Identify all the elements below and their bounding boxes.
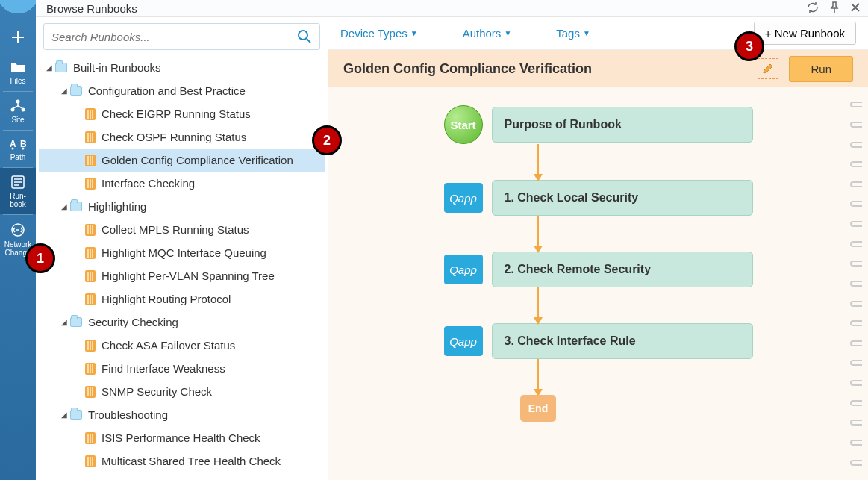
- book-icon: [85, 270, 96, 282]
- tree-item-selected[interactable]: Golden Config Compliance Verification: [39, 149, 325, 172]
- window-title: Browse Runbooks: [46, 2, 807, 15]
- tree-item[interactable]: Find Interface Weakness: [39, 357, 325, 380]
- book-icon: [85, 178, 96, 190]
- sidebar-item-path[interactable]: AB Path: [0, 131, 36, 167]
- site-icon: [10, 99, 26, 113]
- tree-item[interactable]: Check EIGRP Running Status: [39, 102, 325, 125]
- filter-authors[interactable]: Authors▼: [463, 27, 512, 40]
- caret-down-icon: ▼: [504, 29, 511, 37]
- tree-folder[interactable]: ◢Configuration and Best Practice: [39, 79, 325, 102]
- callout-2: 2: [312, 125, 342, 155]
- run-button[interactable]: Run: [789, 56, 853, 82]
- tree-panel: ◢Built-in Runbooks ◢Configuration and Be…: [36, 17, 328, 480]
- sidebar-label: Site: [11, 116, 24, 124]
- folder-icon: [55, 63, 67, 72]
- tree-folder[interactable]: ◢Troubleshooting: [39, 403, 325, 426]
- tree-item[interactable]: Interface Checking: [39, 172, 325, 195]
- search-icon: [297, 29, 312, 44]
- plus-icon: [10, 30, 25, 45]
- tree-folder[interactable]: ◢Security Checking: [39, 311, 325, 334]
- flow-arrow: [537, 216, 539, 252]
- tree-item[interactable]: Collect MPLS Running Status: [39, 218, 325, 241]
- book-icon: [85, 363, 96, 375]
- flow-arrow: [537, 359, 539, 395]
- edit-button[interactable]: [758, 58, 778, 79]
- filter-tags[interactable]: Tags▼: [556, 27, 590, 40]
- spiral-binding: [850, 87, 865, 480]
- runbook-icon: [11, 175, 25, 189]
- folder-icon: [70, 202, 82, 211]
- step-box[interactable]: 2. Check Remote Security: [492, 252, 753, 287]
- qapp-node[interactable]: Qapp: [444, 183, 483, 213]
- callout-1: 1: [25, 243, 55, 273]
- callout-3: 3: [734, 31, 764, 61]
- sidebar-item-add[interactable]: [0, 22, 36, 54]
- flow-arrow: [537, 287, 539, 323]
- book-icon: [85, 247, 96, 259]
- sidebar-label: Path: [10, 153, 26, 161]
- sidebar-item-files[interactable]: Files: [0, 54, 36, 91]
- end-node[interactable]: End: [520, 395, 556, 422]
- search-input[interactable]: [51, 31, 297, 43]
- folder-icon: [70, 410, 82, 420]
- svg-point-9: [299, 31, 307, 40]
- step-box[interactable]: 1. Check Local Security: [492, 180, 753, 216]
- logo-circle: [0, 0, 36, 22]
- start-node[interactable]: Start: [444, 105, 483, 144]
- tree-folder-root[interactable]: ◢Built-in Runbooks: [39, 56, 325, 79]
- sidebar-label: Run- book: [10, 192, 26, 208]
- flow-canvas: Start Purpose of Runbook Qapp 1. Check L…: [328, 87, 868, 480]
- svg-point-6: [22, 148, 25, 150]
- tree-item[interactable]: Check ASA Failover Status: [39, 334, 325, 357]
- tree-item[interactable]: Check OSPF Running Status: [39, 125, 325, 149]
- svg-point-0: [16, 100, 20, 104]
- book-icon: [85, 224, 96, 236]
- svg-point-5: [12, 148, 14, 150]
- book-icon: [85, 432, 96, 444]
- sidebar-label: Files: [10, 77, 25, 85]
- book-icon: [85, 386, 96, 398]
- refresh-icon[interactable]: [807, 1, 819, 16]
- step-box[interactable]: Purpose of Runbook: [492, 107, 753, 143]
- tree-item[interactable]: Highlight Per-VLAN Spanning Tree: [39, 264, 325, 287]
- filter-toolbar: Device Types▼ Authors▼ Tags▼ + New Runbo…: [328, 17, 868, 50]
- network-change-icon: [10, 222, 25, 237]
- book-icon: [85, 108, 96, 120]
- runbook-tree[interactable]: ◢Built-in Runbooks ◢Configuration and Be…: [36, 56, 328, 480]
- pin-icon[interactable]: [829, 1, 840, 16]
- step-box[interactable]: 3. Check Interface Rule: [492, 323, 753, 359]
- tree-item[interactable]: SNMP Security Check: [39, 380, 325, 403]
- tree-item[interactable]: Multicast Shared Tree Health Check: [39, 449, 325, 473]
- book-icon: [85, 455, 96, 467]
- search-box[interactable]: [43, 23, 320, 50]
- tree-item[interactable]: ISIS Performance Health Check: [39, 426, 325, 449]
- detail-panel: Device Types▼ Authors▼ Tags▼ + New Runbo…: [328, 17, 868, 480]
- book-icon: [85, 340, 96, 352]
- tree-folder[interactable]: ◢Highlighting: [39, 195, 325, 218]
- close-icon[interactable]: [850, 2, 861, 15]
- pencil-icon: [762, 63, 774, 75]
- tree-item[interactable]: Highlight Routing Protocol: [39, 287, 325, 311]
- sidebar-item-site[interactable]: Site: [0, 92, 36, 130]
- book-icon: [85, 293, 96, 305]
- qapp-node[interactable]: Qapp: [444, 326, 483, 356]
- path-icon: AB: [10, 138, 26, 150]
- caret-down-icon: ▼: [583, 29, 590, 37]
- titlebar: Browse Runbooks: [36, 0, 868, 17]
- book-icon: [85, 131, 96, 143]
- book-icon: [85, 155, 96, 166]
- new-runbook-button[interactable]: + New Runbook: [754, 22, 856, 45]
- tree-item[interactable]: Highlight MQC Interface Queuing: [39, 241, 325, 264]
- filter-device-types[interactable]: Device Types▼: [340, 27, 418, 40]
- left-sidebar: Files Site AB Path Run- book Network Cha…: [0, 0, 36, 480]
- caret-down-icon: ▼: [410, 29, 418, 37]
- folder-icon: [70, 86, 82, 96]
- flow-arrow: [537, 144, 539, 180]
- detail-header: Golden Config Compliance Verification Ru…: [328, 50, 868, 87]
- qapp-node[interactable]: Qapp: [444, 255, 483, 284]
- folder-icon: [10, 62, 25, 74]
- folder-icon: [70, 317, 82, 327]
- sidebar-item-runbook[interactable]: Run- book: [0, 168, 36, 214]
- detail-title: Golden Config Compliance Verification: [343, 61, 758, 77]
